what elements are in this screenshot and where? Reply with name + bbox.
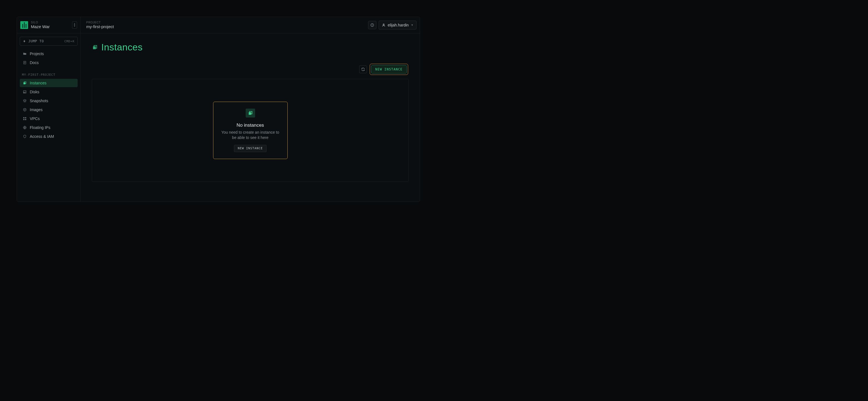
sidebar-item-projects[interactable]: Projects <box>20 50 78 58</box>
app-window: SILO Maze War ▲▼ PROJECT my-first-projec… <box>17 17 420 202</box>
highlight-new-instance: NEW INSTANCE <box>370 64 408 75</box>
svg-rect-8 <box>23 82 25 84</box>
page-title: Instances <box>101 42 143 53</box>
logo-icon <box>20 21 28 29</box>
project-crumb[interactable]: PROJECT my-first-project <box>81 17 368 33</box>
sidebar: JUMP TO CMD+K Projects <box>17 33 81 202</box>
silo-label: SILO <box>31 21 69 24</box>
svg-rect-13 <box>23 119 25 120</box>
sidebar-item-label: Images <box>30 108 42 112</box>
silo-name: Maze War <box>31 24 69 29</box>
svg-point-3 <box>383 24 384 25</box>
project-label: PROJECT <box>86 21 114 24</box>
folder-icon <box>23 52 27 56</box>
document-icon <box>23 60 27 65</box>
empty-state-description: You need to create an instance to be abl… <box>219 130 282 140</box>
jump-to-button[interactable]: JUMP TO CMD+K <box>20 37 78 46</box>
empty-new-instance-button[interactable]: NEW INSTANCE <box>234 145 266 152</box>
instances-icon <box>92 44 98 50</box>
svg-rect-12 <box>25 117 26 118</box>
new-instance-button[interactable]: NEW INSTANCE <box>371 65 407 74</box>
svg-rect-11 <box>23 117 25 118</box>
lightning-icon <box>23 39 26 43</box>
sidebar-item-label: Docs <box>30 60 39 65</box>
instances-icon <box>23 81 27 85</box>
silo-updown-icon[interactable]: ▲▼ <box>72 22 77 29</box>
info-button[interactable] <box>368 21 376 29</box>
chevron-down-icon: ▼ <box>411 24 413 26</box>
sidebar-group-title: MY-FIRST-PROJECT <box>20 71 78 78</box>
svg-point-2 <box>372 24 372 25</box>
svg-point-10 <box>24 92 24 93</box>
jump-to-label: JUMP TO <box>28 39 44 43</box>
topbar: SILO Maze War ▲▼ PROJECT my-first-projec… <box>17 17 420 33</box>
sidebar-item-label: VPCs <box>30 116 40 121</box>
sidebar-item-label: Floating IPs <box>30 125 50 130</box>
shield-icon <box>23 134 27 139</box>
sidebar-item-snapshots[interactable]: Snapshots <box>20 97 78 105</box>
jump-to-hint: CMD+K <box>64 39 74 43</box>
sidebar-item-access-iam[interactable]: Access & IAM <box>20 132 78 141</box>
user-icon <box>382 23 385 27</box>
sidebar-item-floating-ips[interactable]: Floating IPs <box>20 123 78 132</box>
instances-panel: No instances You need to create an insta… <box>92 79 409 182</box>
svg-rect-18 <box>249 112 251 115</box>
svg-rect-14 <box>25 119 26 120</box>
refresh-icon <box>361 67 365 71</box>
sidebar-item-label: Disks <box>30 90 39 94</box>
sidebar-item-images[interactable]: Images <box>20 106 78 114</box>
sidebar-item-label: Projects <box>30 52 44 56</box>
sidebar-item-label: Instances <box>30 81 46 85</box>
sidebar-item-instances[interactable]: Instances <box>20 79 78 87</box>
main-content: Instances NEW INSTANCE No ins <box>81 33 420 202</box>
info-icon <box>370 23 374 27</box>
network-icon <box>23 116 27 121</box>
silo-switcher-block[interactable]: SILO Maze War ▲▼ <box>17 17 81 33</box>
user-menu-button[interactable]: elijah.hardin ▼ <box>379 21 416 30</box>
sidebar-item-label: Snapshots <box>30 98 48 103</box>
sidebar-item-label: Access & IAM <box>30 134 54 139</box>
refresh-button[interactable] <box>359 65 367 73</box>
user-name: elijah.hardin <box>388 23 409 27</box>
disk-icon <box>23 90 27 94</box>
empty-state-card: No instances You need to create an insta… <box>213 102 288 159</box>
project-name: my-first-project <box>86 24 114 29</box>
instances-icon <box>246 109 255 117</box>
empty-state-title: No instances <box>219 122 282 128</box>
sidebar-item-vpcs[interactable]: VPCs <box>20 114 78 123</box>
cube-icon <box>23 108 27 112</box>
sidebar-item-docs[interactable]: Docs <box>20 58 78 67</box>
svg-rect-16 <box>93 46 96 49</box>
layers-icon <box>23 98 27 103</box>
sidebar-item-disks[interactable]: Disks <box>20 88 78 96</box>
globe-icon <box>23 125 27 130</box>
